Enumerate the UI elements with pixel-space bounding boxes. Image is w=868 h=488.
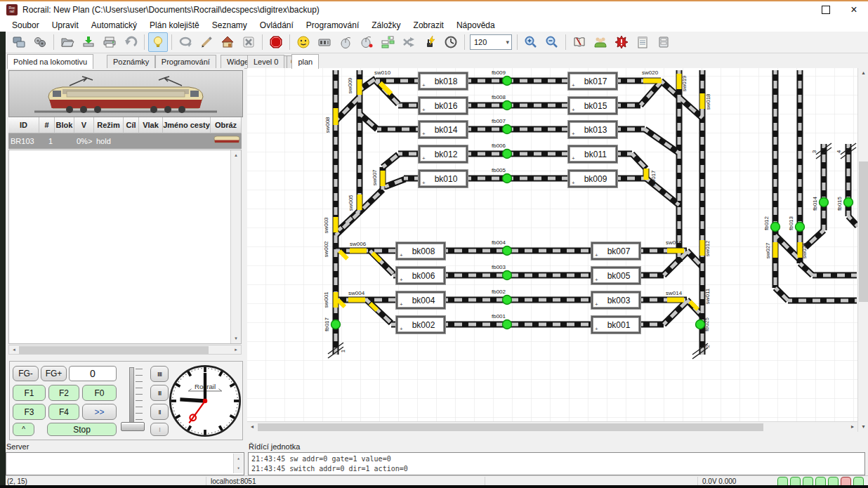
cab-button[interactable]	[315, 32, 334, 52]
sensor-fb004	[503, 246, 512, 256]
mouse-button[interactable]	[336, 32, 355, 52]
scroll-up-icon[interactable]: ▴	[858, 68, 868, 78]
fg-plus-button[interactable]: FG+	[41, 366, 67, 381]
fg-minus-button[interactable]: FG-	[13, 366, 39, 381]
scroll-right-icon[interactable]: ▸	[848, 422, 857, 432]
menu-item[interactable]: Automatický	[85, 20, 143, 30]
menu-item[interactable]: Upravit	[46, 20, 85, 30]
home-button[interactable]	[218, 32, 237, 52]
toolbar: 120▾	[6, 32, 868, 53]
direction-button[interactable]: ^	[13, 423, 34, 436]
plan-tab[interactable]: Level 0	[247, 55, 284, 68]
smiley-button[interactable]	[294, 32, 313, 52]
left-panel-tab[interactable]: Poznámky	[107, 55, 155, 68]
locomotive-row[interactable]: BR10310%>hold	[8, 133, 242, 149]
print-button[interactable]	[100, 32, 119, 52]
menu-item[interactable]: Seznamy	[206, 20, 254, 30]
blocks-button[interactable]	[378, 32, 397, 52]
speed-step-1-button[interactable]: I	[150, 423, 169, 436]
table-header-cell[interactable]: ID	[8, 117, 39, 133]
locomotive-list-area[interactable]: ▴ ▾	[8, 150, 242, 344]
trace-button[interactable]	[357, 32, 376, 52]
f3-button[interactable]: F3	[13, 404, 46, 420]
zoom-fit-button[interactable]	[542, 32, 562, 52]
scroll-left-icon[interactable]: ◂	[247, 422, 257, 432]
function-shift-button[interactable]: >>	[82, 404, 117, 420]
block-bk018: bk018+	[419, 73, 467, 89]
stop-button[interactable]: Stop	[47, 423, 117, 436]
menu-item[interactable]: Zobrazit	[407, 20, 450, 30]
scroll-right-icon[interactable]: ▸	[231, 345, 241, 354]
users-button[interactable]	[591, 32, 610, 52]
undo-button[interactable]	[121, 32, 140, 52]
console-button[interactable]	[654, 32, 673, 52]
loop-button[interactable]	[176, 32, 195, 52]
table-header-cell[interactable]: Obráz	[211, 117, 242, 133]
open-button[interactable]	[58, 32, 77, 52]
speed-step-2-button[interactable]: II	[150, 404, 169, 420]
f4-button[interactable]: F4	[48, 404, 79, 420]
maximize-button[interactable]	[812, 2, 840, 18]
plan-tab[interactable]: plan	[291, 54, 319, 69]
issue-button[interactable]	[612, 32, 631, 52]
plan-vertical-scrollbar[interactable]: ▴ ▾	[857, 68, 868, 432]
table-header-cell[interactable]: Jméno cesty	[163, 117, 211, 133]
scroll-left-icon[interactable]: ◂	[9, 345, 19, 354]
scroll-down-icon[interactable]: ▾	[231, 334, 241, 343]
scroll-down-icon[interactable]: ▾	[858, 422, 868, 432]
menu-item[interactable]: Soubor	[6, 20, 46, 30]
scrollbar-thumb[interactable]	[859, 161, 868, 302]
scroll-up-icon[interactable]: ▴	[234, 454, 243, 463]
shuffle-button[interactable]	[399, 32, 419, 52]
table-header-cell[interactable]: Režim	[94, 117, 124, 133]
properties-button[interactable]	[30, 32, 50, 52]
f1-button[interactable]: F1	[13, 385, 46, 401]
plug-button[interactable]	[420, 32, 440, 52]
throttle-slider-thumb[interactable]	[121, 422, 145, 431]
sensor-fb006	[503, 150, 512, 159]
close-button[interactable]: ×	[840, 2, 868, 18]
print-icon	[103, 35, 117, 49]
speed-step-3-button[interactable]: III	[150, 385, 169, 401]
scroll-up-icon[interactable]: ▴	[231, 150, 241, 160]
edit-button[interactable]	[197, 32, 216, 52]
table-header-cell[interactable]: Vlak	[139, 117, 163, 133]
fast-clock-button[interactable]	[441, 32, 461, 52]
menu-item[interactable]: Programování	[300, 20, 365, 30]
menu-item[interactable]: Záložky	[365, 20, 407, 30]
table-header-cell[interactable]: Blok	[55, 117, 74, 133]
save-button[interactable]	[79, 32, 98, 52]
log-scrollbar[interactable]: ▴ ▾	[233, 454, 243, 473]
emergency-stop-button[interactable]	[266, 32, 286, 52]
scroll-down-icon[interactable]: ▾	[234, 463, 243, 473]
f2-button[interactable]: F2	[48, 385, 79, 401]
table-header-cell[interactable]: V	[74, 117, 94, 133]
zoom-in-button[interactable]	[521, 32, 541, 52]
notes-button[interactable]	[633, 32, 652, 52]
workspace-icon	[12, 35, 26, 49]
menu-item[interactable]: Nápověda	[450, 20, 501, 30]
left-panel-tab[interactable]: Programování	[155, 55, 216, 68]
table-header-cell[interactable]: Cíl	[124, 117, 139, 133]
plan-horizontal-scrollbar[interactable]: ◂ ▸	[247, 421, 857, 432]
delete-button[interactable]	[239, 32, 258, 52]
list-horizontal-scrollbar[interactable]: ◂ ▸	[8, 345, 242, 355]
table-header-cell[interactable]: #	[39, 117, 55, 133]
list-vertical-scrollbar[interactable]: ▴ ▾	[230, 150, 241, 343]
speed-step-4-button[interactable]: IIII	[150, 366, 169, 382]
workspace-button[interactable]	[9, 32, 29, 52]
power-lamp-button[interactable]	[148, 32, 168, 52]
server-log[interactable]: ▴ ▾ 21:38:36 switch[sw002] command threa…	[6, 452, 244, 475]
menu-item[interactable]: Ovládání	[254, 20, 300, 30]
left-panel-tab[interactable]: Pohled na lokomotivu	[7, 54, 93, 69]
book-button[interactable]	[570, 32, 589, 52]
throttle-slider-track[interactable]	[129, 367, 134, 426]
zoom-level-combo[interactable]: 120▾	[470, 34, 512, 50]
scrollbar-thumb[interactable]	[19, 346, 209, 354]
track-plan-canvas[interactable]: bk018+bk017+bk016+bk015+bk014+bk013+bk01…	[247, 68, 857, 421]
scrollbar-thumb[interactable]	[258, 423, 763, 431]
table-cell	[124, 133, 139, 149]
f0-button[interactable]: F0	[82, 385, 117, 401]
command-station-log[interactable]: 21:43:45 sw addr=0 gate=1 value=021:43:4…	[248, 452, 865, 475]
menu-item[interactable]: Plán kolejiště	[143, 20, 206, 30]
